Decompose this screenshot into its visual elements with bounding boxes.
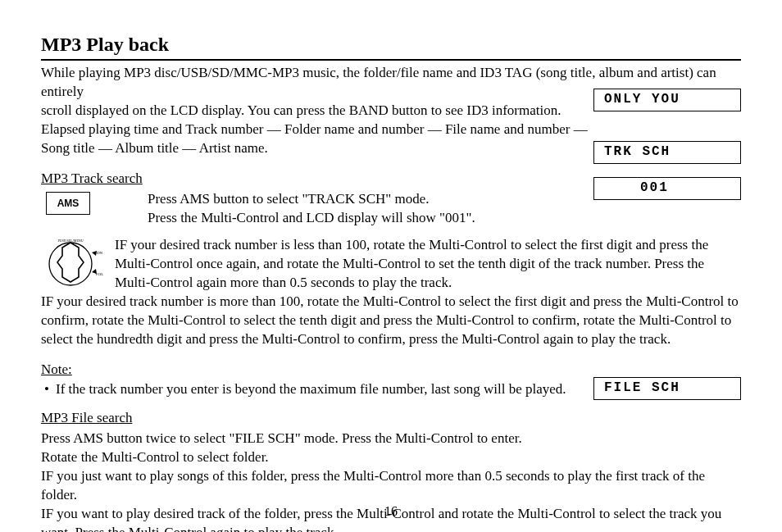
intro-line: Elapsed playing time and Track number — … bbox=[41, 120, 730, 139]
over-100-paragraph: IF your desired track number is more tha… bbox=[41, 293, 741, 349]
svg-text:PUSH SEL/MENU: PUSH SEL/MENU bbox=[57, 239, 83, 243]
svg-text:DN: DN bbox=[97, 251, 103, 255]
ams-instruction-line: Press the Multi-Control and LCD display … bbox=[148, 209, 475, 228]
knob-instruction-row: PUSH SEL/MENU DN VOL IF your desired tra… bbox=[41, 236, 741, 293]
multi-control-knob-icon: PUSH SEL/MENU DN VOL bbox=[38, 236, 103, 289]
file-search-line: Rotate the Multi-Control to select folde… bbox=[41, 448, 741, 467]
lcd-display-only-you: ONLY YOU bbox=[593, 89, 741, 111]
note-bullet-text: If the track number you enter is beyond … bbox=[56, 380, 566, 399]
lcd-display-trk-sch: TRK SCH bbox=[593, 141, 741, 164]
knob-paragraph: IF your desired track number is less tha… bbox=[115, 236, 741, 293]
ams-button-label: AMS bbox=[57, 197, 80, 210]
file-search-line: IF you just want to play songs of this f… bbox=[41, 467, 741, 505]
page-title: MP3 Play back bbox=[41, 31, 741, 57]
file-search-line: Press AMS button twice to select "FILE S… bbox=[41, 430, 741, 448]
file-search-heading: MP3 File search bbox=[41, 409, 741, 428]
ams-instruction-line: Press AMS button to select "TRACK SCH" m… bbox=[148, 190, 475, 209]
note-heading: Note: bbox=[41, 361, 741, 380]
lcd-display-001: 001 bbox=[593, 177, 741, 200]
ams-button-icon: AMS bbox=[46, 192, 90, 215]
page-number: 16 bbox=[0, 502, 782, 521]
svg-point-0 bbox=[49, 243, 92, 285]
lcd-display-file-sch: FILE SCH bbox=[593, 377, 741, 400]
bullet-icon: • bbox=[41, 380, 56, 399]
svg-marker-1 bbox=[57, 243, 84, 282]
title-rule bbox=[41, 59, 741, 61]
